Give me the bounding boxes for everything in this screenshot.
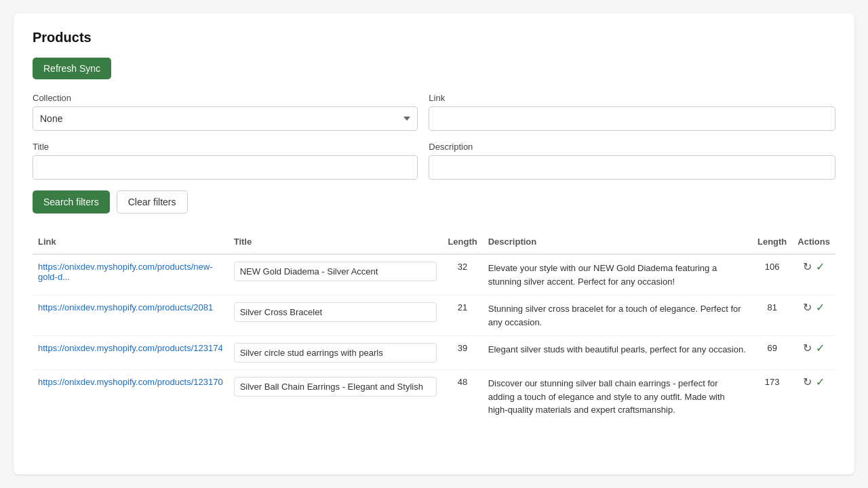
cell-title-length: 21 — [442, 296, 482, 336]
desc-length-badge: 173 — [765, 377, 780, 387]
refresh-icon[interactable]: ↻ — [803, 377, 812, 388]
description-text: Elevate your style with our NEW Gold Dia… — [488, 263, 717, 287]
refresh-icon[interactable]: ↻ — [803, 343, 812, 354]
desc-length-badge: 69 — [767, 343, 776, 353]
cell-desc-length: 69 — [752, 336, 792, 370]
check-icon[interactable]: ✓ — [816, 262, 825, 272]
description-text: Discover our stunning silver ball chain … — [488, 378, 725, 415]
title-filter-input[interactable] — [33, 155, 418, 180]
cell-desc-length: 106 — [752, 254, 792, 296]
product-link[interactable]: https://onixdev.myshopify.com/products/2… — [38, 302, 213, 312]
link-label: Link — [429, 93, 835, 103]
cell-actions: ↻ ✓ — [792, 336, 835, 370]
cell-description: Discover our stunning silver ball chain … — [483, 370, 752, 424]
title-edit-input[interactable] — [234, 343, 437, 363]
col-header-length-title: Length — [442, 230, 482, 254]
title-length-badge: 21 — [458, 302, 467, 312]
check-icon[interactable]: ✓ — [816, 377, 825, 388]
cell-description: Stunning silver cross bracelet for a tou… — [483, 296, 752, 336]
clear-filters-button[interactable]: Clear filters — [117, 190, 188, 214]
table-row: https://onixdev.myshopify.com/products/2… — [33, 296, 835, 336]
title-edit-input[interactable] — [234, 262, 437, 281]
cell-title[interactable] — [229, 254, 443, 296]
cell-actions: ↻ ✓ — [792, 370, 835, 424]
cell-desc-length: 173 — [752, 370, 792, 424]
refresh-sync-button[interactable]: Refresh Sync — [33, 58, 111, 79]
desc-length-badge: 106 — [765, 262, 780, 272]
cell-link: https://onixdev.myshopify.com/products/n… — [33, 254, 229, 296]
cell-desc-length: 81 — [752, 296, 792, 336]
products-table: Link Title Length Description Length Act… — [33, 230, 835, 424]
product-link[interactable]: https://onixdev.myshopify.com/products/n… — [38, 262, 212, 282]
cell-description: Elevate your style with our NEW Gold Dia… — [483, 254, 752, 296]
link-input[interactable] — [429, 106, 835, 131]
col-header-description: Description — [483, 230, 752, 254]
refresh-icon[interactable]: ↻ — [803, 262, 812, 272]
table-row: https://onixdev.myshopify.com/products/1… — [33, 336, 835, 370]
cell-title[interactable] — [229, 370, 443, 424]
collection-label: Collection — [33, 93, 418, 103]
cell-title-length: 32 — [442, 254, 482, 296]
cell-link: https://onixdev.myshopify.com/products/2… — [33, 296, 229, 336]
collection-select[interactable]: None — [33, 106, 418, 131]
title-edit-input[interactable] — [234, 302, 437, 322]
check-icon[interactable]: ✓ — [816, 343, 825, 354]
title-length-badge: 48 — [458, 377, 467, 387]
refresh-icon[interactable]: ↻ — [803, 302, 812, 313]
col-header-link: Link — [33, 230, 229, 254]
cell-title-length: 39 — [442, 336, 482, 370]
product-link[interactable]: https://onixdev.myshopify.com/products/1… — [38, 343, 223, 353]
col-header-actions: Actions — [792, 230, 835, 254]
page-title: Products — [33, 30, 835, 45]
desc-length-badge: 81 — [767, 302, 776, 312]
search-filters-button[interactable]: Search filters — [33, 190, 110, 214]
cell-link: https://onixdev.myshopify.com/products/1… — [33, 336, 229, 370]
col-header-title: Title — [229, 230, 443, 254]
col-header-length-desc: Length — [752, 230, 792, 254]
cell-title-length: 48 — [442, 370, 482, 424]
cell-actions: ↻ ✓ — [792, 254, 835, 296]
check-icon[interactable]: ✓ — [816, 302, 825, 313]
cell-title[interactable] — [229, 336, 443, 370]
title-length-badge: 32 — [458, 262, 467, 272]
title-length-badge: 39 — [458, 343, 467, 353]
description-filter-input[interactable] — [429, 155, 835, 180]
cell-description: Elegant silver studs with beautiful pear… — [483, 336, 752, 370]
table-row: https://onixdev.myshopify.com/products/1… — [33, 370, 835, 424]
product-link[interactable]: https://onixdev.myshopify.com/products/1… — [38, 377, 223, 387]
description-filter-label: Description — [429, 142, 835, 152]
description-text: Elegant silver studs with beautiful pear… — [488, 344, 746, 354]
cell-title[interactable] — [229, 296, 443, 336]
cell-actions: ↻ ✓ — [792, 296, 835, 336]
title-edit-input[interactable] — [234, 377, 437, 396]
table-row: https://onixdev.myshopify.com/products/n… — [33, 254, 835, 296]
title-filter-label: Title — [33, 142, 418, 152]
cell-link: https://onixdev.myshopify.com/products/1… — [33, 370, 229, 424]
description-text: Stunning silver cross bracelet for a tou… — [488, 304, 741, 327]
